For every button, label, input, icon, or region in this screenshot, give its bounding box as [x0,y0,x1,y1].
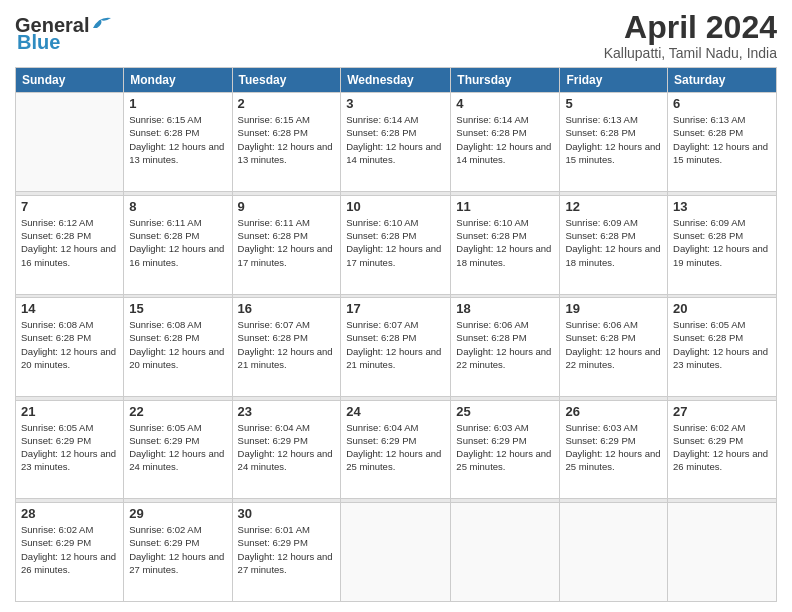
location: Kallupatti, Tamil Nadu, India [604,45,777,61]
calendar-cell-w1-d6: 6Sunrise: 6:13 AM Sunset: 6:28 PM Daylig… [668,93,777,192]
calendar-cell-w5-d3 [341,502,451,601]
calendar-cell-w4-d1: 22Sunrise: 6:05 AM Sunset: 6:29 PM Dayli… [124,400,232,499]
page: General Blue April 2024 Kallupatti, Tami… [0,0,792,612]
day-info: Sunrise: 6:05 AM Sunset: 6:29 PM Dayligh… [129,421,226,474]
day-number: 9 [238,199,336,214]
calendar-cell-w3-d3: 17Sunrise: 6:07 AM Sunset: 6:28 PM Dayli… [341,298,451,397]
header-thursday: Thursday [451,68,560,93]
calendar-cell-w1-d2: 2Sunrise: 6:15 AM Sunset: 6:28 PM Daylig… [232,93,341,192]
calendar-cell-w5-d1: 29Sunrise: 6:02 AM Sunset: 6:29 PM Dayli… [124,502,232,601]
calendar-cell-w4-d4: 25Sunrise: 6:03 AM Sunset: 6:29 PM Dayli… [451,400,560,499]
day-number: 12 [565,199,662,214]
day-number: 23 [238,404,336,419]
day-number: 4 [456,96,554,111]
day-number: 2 [238,96,336,111]
calendar-cell-w3-d1: 15Sunrise: 6:08 AM Sunset: 6:28 PM Dayli… [124,298,232,397]
day-number: 13 [673,199,771,214]
day-info: Sunrise: 6:14 AM Sunset: 6:28 PM Dayligh… [456,113,554,166]
calendar-cell-w5-d5 [560,502,668,601]
day-info: Sunrise: 6:12 AM Sunset: 6:28 PM Dayligh… [21,216,118,269]
calendar-cell-w3-d5: 19Sunrise: 6:06 AM Sunset: 6:28 PM Dayli… [560,298,668,397]
calendar-cell-w1-d5: 5Sunrise: 6:13 AM Sunset: 6:28 PM Daylig… [560,93,668,192]
logo: General Blue [15,14,113,54]
calendar-cell-w3-d6: 20Sunrise: 6:05 AM Sunset: 6:28 PM Dayli… [668,298,777,397]
calendar-cell-w2-d2: 9Sunrise: 6:11 AM Sunset: 6:28 PM Daylig… [232,195,341,294]
day-info: Sunrise: 6:15 AM Sunset: 6:28 PM Dayligh… [238,113,336,166]
logo-blue: Blue [17,31,60,54]
title-section: April 2024 Kallupatti, Tamil Nadu, India [604,10,777,61]
logo-bird-icon [91,14,113,30]
day-number: 7 [21,199,118,214]
calendar-cell-w1-d0 [16,93,124,192]
day-info: Sunrise: 6:13 AM Sunset: 6:28 PM Dayligh… [673,113,771,166]
day-info: Sunrise: 6:01 AM Sunset: 6:29 PM Dayligh… [238,523,336,576]
calendar-table: Sunday Monday Tuesday Wednesday Thursday… [15,67,777,602]
calendar-cell-w1-d4: 4Sunrise: 6:14 AM Sunset: 6:28 PM Daylig… [451,93,560,192]
day-info: Sunrise: 6:03 AM Sunset: 6:29 PM Dayligh… [456,421,554,474]
calendar-cell-w3-d0: 14Sunrise: 6:08 AM Sunset: 6:28 PM Dayli… [16,298,124,397]
header: General Blue April 2024 Kallupatti, Tami… [15,10,777,61]
day-number: 8 [129,199,226,214]
month-title: April 2024 [604,10,777,45]
day-info: Sunrise: 6:08 AM Sunset: 6:28 PM Dayligh… [129,318,226,371]
calendar-cell-w4-d6: 27Sunrise: 6:02 AM Sunset: 6:29 PM Dayli… [668,400,777,499]
calendar-cell-w5-d6 [668,502,777,601]
day-number: 24 [346,404,445,419]
day-number: 10 [346,199,445,214]
header-saturday: Saturday [668,68,777,93]
day-number: 6 [673,96,771,111]
day-info: Sunrise: 6:02 AM Sunset: 6:29 PM Dayligh… [21,523,118,576]
day-number: 5 [565,96,662,111]
day-info: Sunrise: 6:02 AM Sunset: 6:29 PM Dayligh… [129,523,226,576]
calendar-cell-w2-d5: 12Sunrise: 6:09 AM Sunset: 6:28 PM Dayli… [560,195,668,294]
header-sunday: Sunday [16,68,124,93]
day-number: 26 [565,404,662,419]
day-info: Sunrise: 6:06 AM Sunset: 6:28 PM Dayligh… [456,318,554,371]
day-info: Sunrise: 6:11 AM Sunset: 6:28 PM Dayligh… [238,216,336,269]
day-number: 25 [456,404,554,419]
day-number: 17 [346,301,445,316]
calendar-cell-w2-d1: 8Sunrise: 6:11 AM Sunset: 6:28 PM Daylig… [124,195,232,294]
day-number: 22 [129,404,226,419]
day-info: Sunrise: 6:15 AM Sunset: 6:28 PM Dayligh… [129,113,226,166]
day-info: Sunrise: 6:09 AM Sunset: 6:28 PM Dayligh… [565,216,662,269]
day-number: 1 [129,96,226,111]
day-number: 15 [129,301,226,316]
calendar-cell-w1-d1: 1Sunrise: 6:15 AM Sunset: 6:28 PM Daylig… [124,93,232,192]
day-number: 30 [238,506,336,521]
day-info: Sunrise: 6:14 AM Sunset: 6:28 PM Dayligh… [346,113,445,166]
calendar-week-1: 1Sunrise: 6:15 AM Sunset: 6:28 PM Daylig… [16,93,777,192]
day-info: Sunrise: 6:10 AM Sunset: 6:28 PM Dayligh… [346,216,445,269]
day-number: 14 [21,301,118,316]
day-info: Sunrise: 6:07 AM Sunset: 6:28 PM Dayligh… [238,318,336,371]
day-number: 20 [673,301,771,316]
day-info: Sunrise: 6:05 AM Sunset: 6:28 PM Dayligh… [673,318,771,371]
calendar-cell-w4-d5: 26Sunrise: 6:03 AM Sunset: 6:29 PM Dayli… [560,400,668,499]
calendar-week-4: 21Sunrise: 6:05 AM Sunset: 6:29 PM Dayli… [16,400,777,499]
day-number: 18 [456,301,554,316]
calendar-cell-w2-d3: 10Sunrise: 6:10 AM Sunset: 6:28 PM Dayli… [341,195,451,294]
day-number: 27 [673,404,771,419]
day-info: Sunrise: 6:06 AM Sunset: 6:28 PM Dayligh… [565,318,662,371]
header-monday: Monday [124,68,232,93]
calendar-week-5: 28Sunrise: 6:02 AM Sunset: 6:29 PM Dayli… [16,502,777,601]
calendar-cell-w3-d2: 16Sunrise: 6:07 AM Sunset: 6:28 PM Dayli… [232,298,341,397]
day-info: Sunrise: 6:11 AM Sunset: 6:28 PM Dayligh… [129,216,226,269]
day-info: Sunrise: 6:05 AM Sunset: 6:29 PM Dayligh… [21,421,118,474]
day-info: Sunrise: 6:09 AM Sunset: 6:28 PM Dayligh… [673,216,771,269]
calendar-cell-w5-d2: 30Sunrise: 6:01 AM Sunset: 6:29 PM Dayli… [232,502,341,601]
calendar-cell-w5-d0: 28Sunrise: 6:02 AM Sunset: 6:29 PM Dayli… [16,502,124,601]
day-number: 29 [129,506,226,521]
day-info: Sunrise: 6:04 AM Sunset: 6:29 PM Dayligh… [238,421,336,474]
calendar-cell-w2-d4: 11Sunrise: 6:10 AM Sunset: 6:28 PM Dayli… [451,195,560,294]
day-number: 21 [21,404,118,419]
day-info: Sunrise: 6:13 AM Sunset: 6:28 PM Dayligh… [565,113,662,166]
calendar-cell-w3-d4: 18Sunrise: 6:06 AM Sunset: 6:28 PM Dayli… [451,298,560,397]
header-tuesday: Tuesday [232,68,341,93]
day-number: 11 [456,199,554,214]
header-friday: Friday [560,68,668,93]
calendar-header-row: Sunday Monday Tuesday Wednesday Thursday… [16,68,777,93]
calendar-cell-w4-d2: 23Sunrise: 6:04 AM Sunset: 6:29 PM Dayli… [232,400,341,499]
day-number: 3 [346,96,445,111]
day-number: 16 [238,301,336,316]
